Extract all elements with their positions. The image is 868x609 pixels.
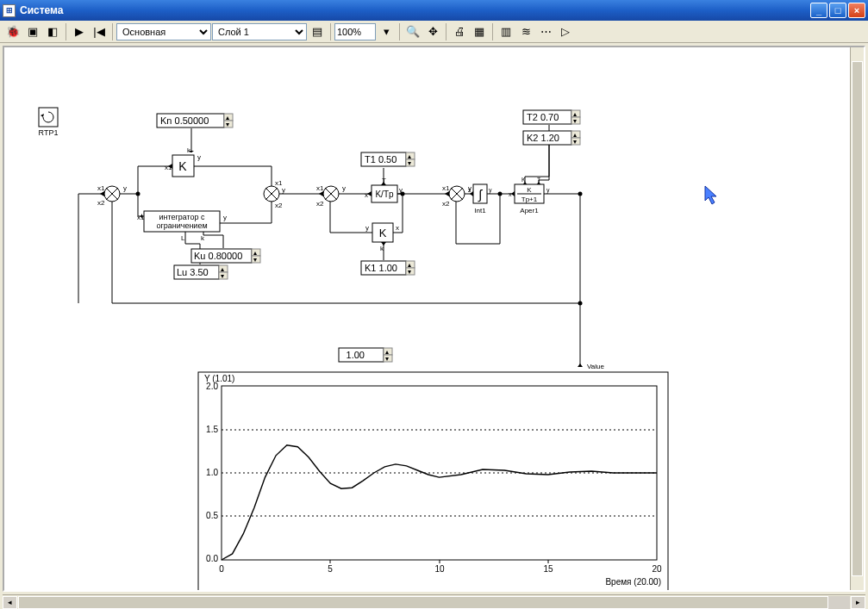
zoom-tool-icon[interactable]: 🔍 bbox=[403, 22, 422, 41]
scroll-right-icon[interactable]: ▸ bbox=[851, 596, 865, 609]
horizontal-scrollbar[interactable]: ◂ ▸ bbox=[3, 594, 865, 609]
sum-block-4[interactable]: x1 x2 y bbox=[442, 184, 471, 208]
svg-text:T: T bbox=[537, 177, 541, 183]
k-over-tp-block[interactable]: K/Tp x y T bbox=[365, 177, 403, 202]
svg-text:x2: x2 bbox=[97, 199, 105, 207]
svg-point-5 bbox=[498, 192, 503, 196]
svg-text:▾: ▾ bbox=[408, 268, 411, 276]
svg-text:x: x bbox=[468, 187, 471, 193]
svg-text:K: K bbox=[521, 177, 526, 183]
svg-text:y: y bbox=[489, 187, 492, 194]
svg-text:0.0: 0.0 bbox=[206, 554, 218, 563]
svg-text:y: y bbox=[282, 186, 285, 194]
svg-text:▾: ▾ bbox=[221, 272, 224, 280]
align-icon[interactable]: ≋ bbox=[516, 22, 535, 41]
svg-text:y: y bbox=[546, 187, 550, 194]
svg-text:▾: ▾ bbox=[385, 355, 389, 363]
svg-text:y: y bbox=[399, 186, 403, 194]
svg-text:Kn 0.50000: Kn 0.50000 bbox=[160, 115, 209, 126]
scroll-left-icon[interactable]: ◂ bbox=[3, 596, 17, 609]
diagram-canvas[interactable]: RTP1 bbox=[3, 46, 865, 592]
svg-text:x1: x1 bbox=[137, 214, 145, 221]
param-kn[interactable]: Kn 0.50000 ▴ ▾ bbox=[157, 114, 233, 128]
sum-block-3[interactable]: x1 x2 y bbox=[316, 184, 346, 208]
svg-text:T1 0.50: T1 0.50 bbox=[365, 154, 397, 165]
svg-text:y: y bbox=[197, 153, 201, 161]
rtp-label: RTP1 bbox=[39, 128, 59, 137]
svg-text:K/Tp: K/Tp bbox=[375, 190, 394, 199]
window-title: Система bbox=[20, 4, 810, 16]
param-k2[interactable]: K2 1.20 ▴ ▾ bbox=[523, 131, 580, 146]
svg-text:x: x bbox=[509, 191, 512, 197]
svg-text:1.0: 1.0 bbox=[206, 468, 218, 477]
svg-text:Ku 0.80000: Ku 0.80000 bbox=[194, 251, 242, 261]
svg-text:K1 1.00: K1 1.00 bbox=[365, 263, 397, 273]
chart-x-title: Время (20.00) bbox=[605, 577, 661, 587]
svg-text:▾: ▾ bbox=[226, 121, 229, 128]
param-const1[interactable]: 1.00 ▴ ▾ bbox=[339, 348, 392, 363]
svg-text:K2 1.20: K2 1.20 bbox=[527, 133, 559, 143]
svg-text:0.5: 0.5 bbox=[206, 511, 218, 520]
rewind-icon[interactable]: |◀ bbox=[90, 22, 109, 41]
svg-point-2 bbox=[136, 192, 141, 196]
param-t1[interactable]: T1 0.50 ▴ ▾ bbox=[361, 152, 415, 167]
toolbar: 🐞 ▣ ◧ ▶ |◀ Основная Слой 1 ▤ ▾ 🔍 ✥ 🖨 ▦ ▥… bbox=[0, 21, 868, 43]
svg-text:K: K bbox=[527, 186, 532, 194]
aper1-block[interactable]: K Tp+1 Aper1 x y K T bbox=[509, 177, 550, 214]
play-icon[interactable]: ▶ bbox=[70, 22, 89, 41]
svg-text:y: y bbox=[365, 224, 369, 232]
svg-text:x1: x1 bbox=[316, 184, 324, 192]
arrow-right-icon[interactable]: ▷ bbox=[556, 22, 575, 41]
svg-text:x1: x1 bbox=[442, 184, 450, 192]
param-lu[interactable]: Lu 3.50 ▴ ▾ bbox=[174, 265, 228, 280]
int1-block[interactable]: ∫ Int1 x y bbox=[468, 184, 492, 214]
svg-text:20: 20 bbox=[652, 564, 662, 574]
fit-icon[interactable]: ▦ bbox=[470, 22, 489, 41]
svg-text:Lu 3.50: Lu 3.50 bbox=[177, 267, 209, 277]
svg-text:y: y bbox=[223, 214, 227, 221]
layer-select[interactable]: Слой 1 bbox=[212, 23, 307, 40]
gain-k2-block[interactable]: K x y k bbox=[365, 223, 399, 252]
chart[interactable]: Y (1.01) Время (20.00) 0.0 0.5 1.0 1.5 2… bbox=[198, 372, 668, 592]
close-button[interactable]: × bbox=[848, 3, 865, 18]
grid-icon[interactable]: ▥ bbox=[496, 22, 515, 41]
param-k1[interactable]: K1 1.00 ▴ ▾ bbox=[361, 261, 415, 276]
svg-text:x2: x2 bbox=[316, 200, 324, 208]
run-icon[interactable]: 🐞 bbox=[3, 22, 22, 41]
svg-text:x: x bbox=[365, 191, 368, 199]
svg-text:▾: ▾ bbox=[253, 256, 257, 264]
svg-point-1 bbox=[578, 192, 583, 196]
zoom-input[interactable] bbox=[334, 23, 376, 40]
svg-text:T: T bbox=[382, 177, 386, 184]
pan-tool-icon[interactable]: ✥ bbox=[423, 22, 442, 41]
svg-text:0: 0 bbox=[219, 564, 224, 574]
print-icon[interactable]: 🖨 bbox=[450, 22, 469, 41]
param-t2[interactable]: T2 0.70 ▴ ▾ bbox=[523, 110, 580, 125]
svg-text:x2: x2 bbox=[442, 200, 450, 208]
sheet-select[interactable]: Основная bbox=[116, 23, 211, 40]
vertical-scrollbar[interactable] bbox=[850, 47, 864, 590]
svg-text:5: 5 bbox=[328, 564, 333, 574]
svg-text:▾: ▾ bbox=[573, 138, 577, 146]
svg-text:10: 10 bbox=[434, 564, 445, 574]
svg-text:интегратор с: интегратор с bbox=[159, 213, 205, 221]
zoom-dropdown-icon[interactable]: ▾ bbox=[377, 22, 396, 41]
record-icon[interactable]: ◧ bbox=[43, 22, 62, 41]
svg-text:T2 0.70: T2 0.70 bbox=[527, 112, 559, 122]
minimize-button[interactable]: _ bbox=[810, 3, 827, 18]
svg-text:x: x bbox=[396, 224, 399, 232]
rtp-block[interactable]: RTP1 bbox=[39, 108, 59, 137]
integrator-limited-block[interactable]: интегратор с ограничением x1 y L k bbox=[137, 211, 227, 242]
svg-text:▾: ▾ bbox=[408, 159, 411, 167]
svg-text:K: K bbox=[178, 159, 187, 173]
svg-text:15: 15 bbox=[543, 564, 553, 574]
svg-text:2.0: 2.0 bbox=[206, 382, 218, 391]
maximize-button[interactable]: □ bbox=[829, 3, 846, 18]
gain-k-block[interactable]: K x1 y k bbox=[165, 146, 201, 177]
play-to-end-icon[interactable]: ▣ bbox=[23, 22, 42, 41]
param-ku[interactable]: Ku 0.80000 ▴ ▾ bbox=[191, 249, 260, 264]
annotations-icon[interactable]: ⋯ bbox=[536, 22, 555, 41]
layer-settings-icon[interactable]: ▤ bbox=[308, 22, 327, 41]
svg-text:▾: ▾ bbox=[573, 117, 577, 125]
svg-text:Aper1: Aper1 bbox=[520, 207, 539, 214]
